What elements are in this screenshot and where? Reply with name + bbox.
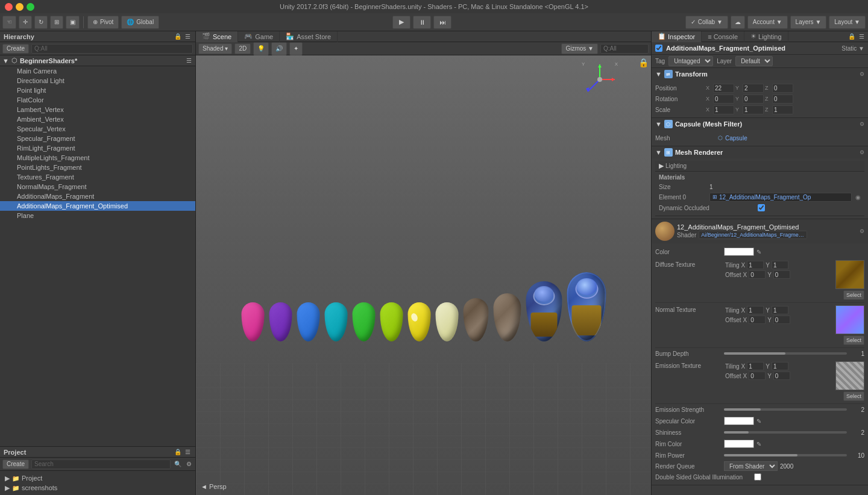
rim-color-swatch[interactable]: [724, 440, 754, 448]
lighting-subsection[interactable]: ▶ Lighting: [655, 161, 864, 172]
diffuse-texture-thumb[interactable]: [835, 260, 864, 289]
emission-strength-slider[interactable]: [724, 408, 847, 411]
dynamic-checkbox[interactable]: [758, 204, 765, 211]
normal-texture-thumb[interactable]: [835, 305, 864, 334]
collab-dropdown[interactable]: ✓ Collab ▼: [685, 16, 728, 29]
2d-toggle[interactable]: 2D: [234, 43, 251, 54]
step-button[interactable]: ⏭: [433, 16, 451, 29]
cloud-button[interactable]: ☁: [731, 16, 745, 29]
emission-tiling-y[interactable]: [772, 362, 788, 370]
bump-slider[interactable]: [724, 352, 847, 355]
hierarchy-item-directional-light[interactable]: Directional Light: [0, 76, 195, 86]
hand-tool-button[interactable]: ☜: [2, 16, 16, 29]
emission-texture-thumb[interactable]: [835, 361, 864, 390]
element-value[interactable]: ⊞ 12_AdditionalMaps_Fragment_Op: [709, 193, 852, 202]
account-dropdown[interactable]: Account ▼: [747, 16, 788, 29]
viewport-lock-icon[interactable]: 🔒: [638, 58, 649, 67]
hierarchy-item-flatcolor[interactable]: FlatColor: [0, 95, 195, 105]
scene-search-input[interactable]: [600, 44, 649, 54]
tag-dropdown[interactable]: Untagged: [668, 56, 713, 66]
shader-path[interactable]: Ai/Beginner/12_AdditionalMaps_Fragment_O…: [699, 231, 807, 239]
transform-options[interactable]: ⚙: [860, 71, 864, 77]
color-edit-icon[interactable]: ✎: [756, 249, 761, 255]
render-queue-select[interactable]: From Shader: [724, 461, 778, 471]
color-swatch[interactable]: [724, 248, 754, 256]
normal-offset-x[interactable]: [749, 316, 766, 324]
renderer-options[interactable]: ⚙: [860, 149, 864, 155]
effects-toggle[interactable]: ✦: [289, 42, 303, 55]
rotation-z-input[interactable]: [772, 95, 793, 104]
specular-edit-icon[interactable]: ✎: [756, 418, 761, 425]
double-sided-checkbox[interactable]: [754, 473, 761, 481]
project-menu-button[interactable]: ☰: [184, 449, 192, 455]
close-button[interactable]: [5, 3, 13, 11]
play-button[interactable]: ▶: [392, 16, 410, 29]
inspector-menu-button[interactable]: ☰: [858, 33, 866, 40]
tab-console[interactable]: ≡ Console: [702, 31, 744, 42]
shininess-slider[interactable]: [724, 431, 847, 434]
position-z-input[interactable]: [772, 84, 793, 93]
normal-select-button[interactable]: Select: [843, 335, 864, 345]
rim-power-slider[interactable]: [724, 454, 847, 456]
diffuse-tiling-x[interactable]: [747, 261, 764, 269]
tab-game[interactable]: 🎮 Game: [238, 31, 280, 42]
layer-dropdown[interactable]: Default: [735, 56, 773, 66]
hierarchy-item-additionalmaps[interactable]: AdditionalMaps_Fragment: [0, 191, 195, 201]
project-folder-screenshots[interactable]: ▶ 📁 screenshots: [2, 483, 193, 493]
material-options[interactable]: ⚙: [860, 228, 864, 234]
project-create-button[interactable]: Create: [2, 459, 29, 469]
hierarchy-item-specular-vertex[interactable]: Specular_Vertex: [0, 124, 195, 134]
light-toggle[interactable]: 💡: [253, 42, 269, 55]
emission-offset-x[interactable]: [749, 372, 766, 380]
mesh-options[interactable]: ⚙: [860, 121, 864, 127]
scene-viewport[interactable]: X Y 🔒 ◄ Persp: [196, 55, 651, 495]
shaded-dropdown[interactable]: Shaded ▾: [198, 43, 232, 54]
mesh-renderer-header[interactable]: ▼ ⊞ Mesh Renderer ⚙: [652, 146, 868, 158]
project-filter-button[interactable]: ⚙: [185, 461, 193, 467]
rotation-x-input[interactable]: [713, 95, 734, 104]
normal-tiling-x[interactable]: [747, 306, 764, 314]
tab-lighting[interactable]: ☀ Lighting: [744, 31, 788, 42]
normal-tiling-y[interactable]: [772, 306, 788, 314]
project-folder-project[interactable]: ▶ 📁 Project: [2, 473, 193, 483]
hierarchy-create-button[interactable]: Create: [2, 44, 29, 54]
object-enabled-checkbox[interactable]: [655, 45, 662, 52]
tab-inspector[interactable]: 📋 Inspector: [652, 31, 702, 42]
hierarchy-item-point-light[interactable]: Point light: [0, 86, 195, 95]
scale-tool-button[interactable]: ⊞: [50, 16, 63, 29]
minimize-button[interactable]: [16, 3, 24, 11]
maximize-button[interactable]: [27, 3, 34, 11]
hierarchy-lock-button[interactable]: 🔒: [173, 33, 183, 40]
project-search-button[interactable]: 🔍: [173, 461, 183, 467]
audio-toggle[interactable]: 🔊: [271, 42, 287, 55]
scene-menu-button[interactable]: ☰: [185, 57, 193, 64]
diffuse-tiling-y[interactable]: [772, 261, 788, 269]
global-dropdown[interactable]: 🌐 Global: [121, 16, 159, 29]
emission-select-button[interactable]: Select: [843, 391, 864, 401]
tab-asset-store[interactable]: 🏪 Asset Store: [280, 31, 338, 42]
hierarchy-item-normalmaps[interactable]: NormalMaps_Fragment: [0, 182, 195, 191]
gizmos-dropdown[interactable]: Gizmos ▼: [561, 43, 598, 54]
hierarchy-item-ambient[interactable]: Ambient_Vertex: [0, 114, 195, 124]
layers-dropdown[interactable]: Layers ▼: [790, 16, 827, 29]
inspector-lock-button[interactable]: 🔒: [847, 33, 857, 40]
rotate-tool-button[interactable]: ↻: [34, 16, 48, 29]
diffuse-select-button[interactable]: Select: [843, 290, 864, 300]
hierarchy-item-additionalmaps-optimised[interactable]: AdditionalMaps_Fragment_Optimised: [0, 201, 195, 211]
specular-swatch[interactable]: [724, 417, 754, 425]
hierarchy-item-pointlights[interactable]: PointLights_Fragment: [0, 163, 195, 172]
project-search-input[interactable]: [31, 459, 171, 469]
hierarchy-item-lambert[interactable]: Lambert_Vertex: [0, 105, 195, 114]
rotation-y-input[interactable]: [743, 95, 764, 104]
emission-offset-y[interactable]: [773, 372, 790, 380]
normal-offset-y[interactable]: [773, 316, 790, 324]
hierarchy-item-main-camera[interactable]: Main Camera: [0, 66, 195, 76]
transform-header[interactable]: ▼ ⇄ Transform ⚙: [652, 68, 868, 80]
pivot-dropdown[interactable]: ⊕ Pivot: [87, 16, 119, 29]
pause-button[interactable]: ⏸: [413, 16, 431, 29]
scale-x-input[interactable]: [713, 105, 734, 114]
tab-scene[interactable]: 🎬 Scene: [196, 31, 238, 42]
position-x-input[interactable]: [713, 84, 734, 93]
hierarchy-menu-button[interactable]: ☰: [184, 33, 192, 40]
hierarchy-item-rimlight[interactable]: RimLight_Fragment: [0, 143, 195, 153]
